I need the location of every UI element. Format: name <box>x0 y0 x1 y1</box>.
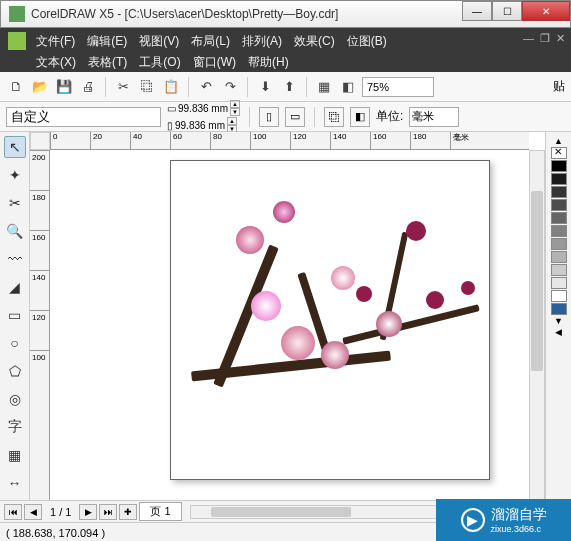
zoom-tool-icon[interactable]: 🔍 <box>4 220 26 242</box>
separator <box>105 77 106 97</box>
crop-tool-icon[interactable]: ✂ <box>4 192 26 214</box>
width-up[interactable]: ▲ <box>230 100 240 108</box>
ruler-origin[interactable] <box>30 132 50 150</box>
page-width[interactable]: 99.836 mm <box>178 103 228 114</box>
separator <box>188 77 189 97</box>
current-page-button[interactable]: ◧ <box>350 107 370 127</box>
menu-layout[interactable]: 布局(L) <box>185 31 236 52</box>
separator <box>314 107 315 127</box>
menu-window[interactable]: 窗口(W) <box>187 52 242 73</box>
height-up[interactable]: ▲ <box>227 117 237 125</box>
menu-effects[interactable]: 效果(C) <box>288 31 341 52</box>
copy-icon[interactable]: ⿻ <box>137 77 157 97</box>
table-tool-icon[interactable]: ▦ <box>4 444 26 466</box>
import-icon[interactable]: ⬇ <box>255 77 275 97</box>
app-launcher-icon[interactable]: ▦ <box>314 77 334 97</box>
next-page-button[interactable]: ▶ <box>79 504 97 520</box>
first-page-button[interactable]: ⏮ <box>4 504 22 520</box>
page-tab[interactable]: 页 1 <box>139 502 181 521</box>
horizontal-ruler[interactable]: 020406080100120140160180毫米 <box>50 132 529 150</box>
menubar: 文件(F) 编辑(E) 视图(V) 布局(L) 排列(A) 效果(C) 位图(B… <box>0 28 571 72</box>
swatch[interactable] <box>551 290 567 302</box>
swatch[interactable] <box>551 251 567 263</box>
redo-icon[interactable]: ↷ <box>220 77 240 97</box>
paste-label: 贴 <box>553 78 565 95</box>
print-icon[interactable]: 🖨 <box>78 77 98 97</box>
mdi-restore[interactable]: ❐ <box>540 32 550 45</box>
menu-file[interactable]: 文件(F) <box>30 31 81 52</box>
separator <box>247 77 248 97</box>
add-page-button[interactable]: ✚ <box>119 504 137 520</box>
new-icon[interactable]: 🗋 <box>6 77 26 97</box>
all-pages-button[interactable]: ⿻ <box>324 107 344 127</box>
polygon-tool-icon[interactable]: ⬠ <box>4 360 26 382</box>
zoom-select[interactable] <box>362 77 434 97</box>
open-icon[interactable]: 📂 <box>30 77 50 97</box>
color-palette: ▲ ▼ ◀ <box>545 132 571 500</box>
swatch[interactable] <box>551 277 567 289</box>
smart-fill-icon[interactable]: ◢ <box>4 276 26 298</box>
menu-bitmap[interactable]: 位图(B) <box>341 31 393 52</box>
portrait-button[interactable]: ▯ <box>259 107 279 127</box>
height-icon: ▯ <box>167 120 173 131</box>
mdi-minimize[interactable]: — <box>523 32 534 45</box>
window-controls: — ☐ ✕ <box>462 1 570 21</box>
page-height[interactable]: 99.836 mm <box>175 120 225 131</box>
vertical-scrollbar[interactable] <box>529 150 545 500</box>
dimension-tool-icon[interactable]: ↔ <box>4 472 26 494</box>
menu-text[interactable]: 文本(X) <box>30 52 82 73</box>
shape-tool-icon[interactable]: ✦ <box>4 164 26 186</box>
swatch[interactable] <box>551 199 567 211</box>
swatch-none[interactable] <box>551 147 567 159</box>
welcome-icon[interactable]: ◧ <box>338 77 358 97</box>
mdi-controls: — ❐ ✕ <box>523 32 565 45</box>
swatch[interactable] <box>551 264 567 276</box>
cursor-coords: ( 188.638, 170.094 ) <box>6 527 105 539</box>
width-icon: ▭ <box>167 103 176 114</box>
artwork-plum-blossom[interactable] <box>181 171 479 469</box>
cut-icon[interactable]: ✂ <box>113 77 133 97</box>
basic-shapes-icon[interactable]: ◎ <box>4 388 26 410</box>
property-bar: ▭99.836 mm▲▼ ▯99.836 mm▲▼ ▯ ▭ ⿻ ◧ 单位: <box>0 102 571 132</box>
minimize-button[interactable]: — <box>462 1 492 21</box>
swatch[interactable] <box>551 173 567 185</box>
canvas[interactable] <box>80 150 529 500</box>
menu-view[interactable]: 视图(V) <box>133 31 185 52</box>
swatch[interactable] <box>551 225 567 237</box>
palette-down-icon[interactable]: ▼ <box>554 316 563 326</box>
menu-edit[interactable]: 编辑(E) <box>81 31 133 52</box>
width-down[interactable]: ▼ <box>230 108 240 116</box>
maximize-button[interactable]: ☐ <box>492 1 522 21</box>
swatch[interactable] <box>551 303 567 315</box>
swatch[interactable] <box>551 238 567 250</box>
save-icon[interactable]: 💾 <box>54 77 74 97</box>
vertical-ruler[interactable]: 200180160140120100 <box>30 150 50 500</box>
pick-tool-icon[interactable]: ↖ <box>4 136 26 158</box>
last-page-button[interactable]: ⏭ <box>99 504 117 520</box>
swatch[interactable] <box>551 160 567 172</box>
menu-table[interactable]: 表格(T) <box>82 52 133 73</box>
text-tool-icon[interactable]: 字 <box>4 416 26 438</box>
ellipse-tool-icon[interactable]: ○ <box>4 332 26 354</box>
scrollbar-thumb[interactable] <box>531 191 543 371</box>
freehand-tool-icon[interactable]: 〰 <box>4 248 26 270</box>
palette-up-icon[interactable]: ▲ <box>554 136 563 146</box>
export-icon[interactable]: ⬆ <box>279 77 299 97</box>
menu-arrange[interactable]: 排列(A) <box>236 31 288 52</box>
palette-flyout-icon[interactable]: ◀ <box>555 327 562 337</box>
landscape-button[interactable]: ▭ <box>285 107 305 127</box>
undo-icon[interactable]: ↶ <box>196 77 216 97</box>
scrollbar-thumb[interactable] <box>211 507 351 517</box>
prev-page-button[interactable]: ◀ <box>24 504 42 520</box>
paste-icon[interactable]: 📋 <box>161 77 181 97</box>
unit-select[interactable] <box>409 107 459 127</box>
page-preset-select[interactable] <box>6 107 161 127</box>
close-button[interactable]: ✕ <box>522 1 570 21</box>
menu-help[interactable]: 帮助(H) <box>242 52 295 73</box>
swatch[interactable] <box>551 186 567 198</box>
mdi-close[interactable]: ✕ <box>556 32 565 45</box>
swatch[interactable] <box>551 212 567 224</box>
rectangle-tool-icon[interactable]: ▭ <box>4 304 26 326</box>
page[interactable] <box>170 160 490 480</box>
menu-tools[interactable]: 工具(O) <box>133 52 186 73</box>
